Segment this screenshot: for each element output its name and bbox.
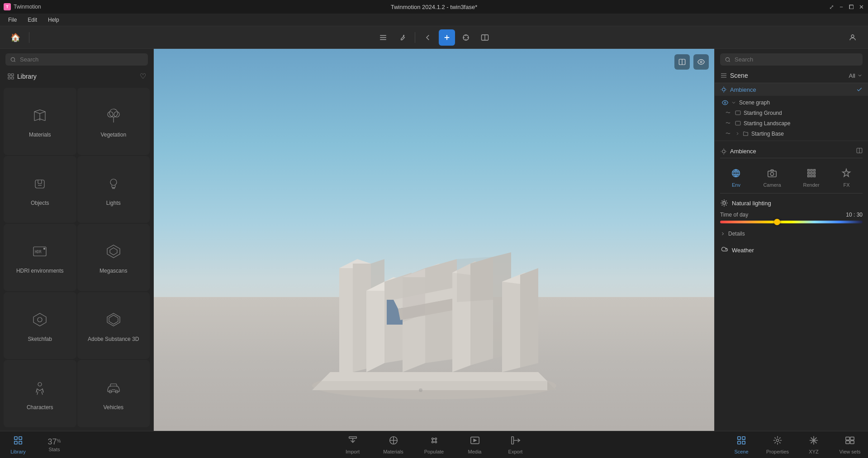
library-favorite-icon[interactable]: ♡	[140, 72, 146, 80]
library-icon	[7, 73, 14, 80]
scene-graph: Scene graph 〜 Starting Ground 〜 Starting…	[715, 96, 868, 141]
svg-point-110	[435, 438, 436, 439]
svg-rect-83	[768, 171, 776, 177]
ambience-panel-header: Ambience	[720, 145, 863, 158]
bottom-tab-materials[interactable]: Materials	[373, 431, 414, 458]
library-tab-label: Library	[10, 449, 26, 454]
building-svg	[294, 232, 574, 404]
library-item-vehicles[interactable]: Vehicles	[77, 360, 150, 427]
time-slider-track[interactable]	[720, 221, 863, 223]
tool-back[interactable]	[420, 29, 436, 46]
export-icon	[511, 435, 521, 448]
library-item-sketchfab[interactable]: Sketchfab	[4, 292, 76, 359]
svg-line-100	[726, 205, 727, 206]
user-icon[interactable]	[844, 29, 861, 46]
scene-item-starting-ground[interactable]: 〜 Starting Ground	[715, 108, 868, 118]
library-item-lights[interactable]: Lights	[77, 156, 150, 223]
library-item-vegetation[interactable]: Vegetation	[77, 88, 150, 155]
menu-help[interactable]: Help	[43, 16, 64, 24]
time-slider-thumb[interactable]	[774, 219, 780, 225]
svg-marker-21	[33, 313, 46, 326]
home-button[interactable]: 🏠	[7, 29, 24, 46]
svg-line-102	[726, 201, 727, 202]
ambience-split-icon[interactable]	[856, 147, 863, 155]
scene-item-starting-landscape[interactable]: 〜 Starting Landscape	[715, 118, 868, 128]
bottom-tab-media[interactable]: Media	[455, 431, 495, 458]
svg-rect-5	[11, 74, 14, 76]
tab-env[interactable]: Env	[726, 166, 746, 189]
library-item-hdri[interactable]: HDR HDRI environments	[4, 224, 76, 291]
bottom-tab-stats[interactable]: 37 % Stats	[36, 431, 72, 458]
svg-rect-115	[738, 436, 740, 439]
sun-icon	[720, 199, 728, 207]
menu-file[interactable]: File	[4, 16, 21, 24]
bottom-tab-populate[interactable]: Populate	[414, 431, 455, 458]
media-icon	[470, 435, 480, 448]
time-of-day-label: Time of day	[720, 212, 748, 218]
right-search-input[interactable]	[735, 56, 858, 63]
vegetation-icon	[105, 107, 122, 127]
scene-label: Scene	[730, 72, 748, 79]
svg-point-119	[776, 439, 779, 442]
left-search-input[interactable]	[20, 56, 143, 63]
tool-layers[interactable]	[375, 29, 391, 46]
tool-add[interactable]	[439, 29, 455, 46]
details-toggle[interactable]: Details	[720, 229, 863, 239]
close-button[interactable]: ✕	[858, 4, 864, 10]
camera-tab-icon	[767, 168, 777, 180]
tool-pen[interactable]	[394, 29, 410, 46]
svg-point-8	[109, 109, 118, 117]
bottom-tab-library[interactable]: Library	[0, 431, 36, 458]
svg-marker-35	[339, 264, 353, 377]
time-of-day-value: 10 : 30	[846, 212, 863, 218]
library-item-adobe[interactable]: Adobe Substance 3D	[77, 292, 150, 359]
menu-edit[interactable]: Edit	[23, 16, 42, 24]
hdri-label: HDRI environments	[16, 268, 64, 274]
library-item-megascans[interactable]: Megascans	[77, 224, 150, 291]
scene-right-icon	[736, 435, 746, 448]
bottom-right-tab-properties[interactable]: Properties	[759, 431, 796, 458]
bottom-tab-export[interactable]: Export	[495, 431, 536, 458]
tab-render[interactable]: Render	[797, 166, 825, 189]
library-item-materials[interactable]: Materials	[4, 88, 76, 155]
library-item-characters[interactable]: Characters	[4, 360, 76, 427]
natural-lighting-header: Natural lighting	[720, 199, 863, 207]
svg-rect-103	[14, 436, 17, 439]
scene-item-starting-base[interactable]: 〜 Starting Base	[715, 128, 868, 139]
scene-all-button[interactable]: All	[849, 72, 863, 79]
env-tab-label: Env	[732, 182, 740, 188]
bottom-left: Library 37 % Stats	[0, 431, 72, 458]
bottom-right-tab-scene[interactable]: Scene	[723, 431, 759, 458]
natural-lighting-block: Natural lighting Time of day 10 : 30 Det…	[720, 199, 863, 239]
library-item-objects[interactable]: Objects	[4, 156, 76, 223]
split-view-button[interactable]	[674, 54, 690, 70]
tool-split[interactable]	[477, 29, 493, 46]
populate-label: Populate	[424, 449, 444, 454]
svg-point-74	[722, 150, 726, 153]
tab-camera[interactable]: Camera	[758, 166, 786, 189]
minimize-button[interactable]: −	[838, 4, 844, 10]
bottom-right-tab-viewsets[interactable]: View sets	[832, 431, 868, 458]
materials-center-icon	[389, 435, 398, 448]
viewport[interactable]	[154, 49, 714, 431]
ambience-panel-icon	[720, 148, 727, 155]
bottom-tab-import[interactable]: Import	[332, 431, 373, 458]
bottom-bar: Library 37 % Stats Import Materials	[0, 431, 868, 458]
tab-fx[interactable]: FX	[836, 166, 857, 189]
lights-icon	[105, 175, 122, 195]
scene-header: Scene All	[715, 70, 868, 83]
characters-icon	[32, 380, 48, 400]
svg-rect-105	[14, 441, 17, 444]
restore-button[interactable]: ⧠	[848, 4, 854, 10]
vehicles-icon	[105, 380, 122, 400]
ambience-label: Ambience	[730, 86, 756, 93]
expand-button[interactable]: ⤢	[828, 4, 835, 10]
viewport-controls	[674, 54, 709, 70]
tool-target[interactable]	[458, 29, 474, 46]
bottom-right-tab-xyz[interactable]: XYZ	[796, 431, 832, 458]
right-search-icon	[725, 57, 731, 63]
eye-icon-button[interactable]	[693, 54, 709, 70]
scene-all-label: All	[849, 72, 855, 79]
chevron-down-icon-2	[731, 100, 736, 105]
toolbar-left: 🏠	[7, 29, 31, 46]
